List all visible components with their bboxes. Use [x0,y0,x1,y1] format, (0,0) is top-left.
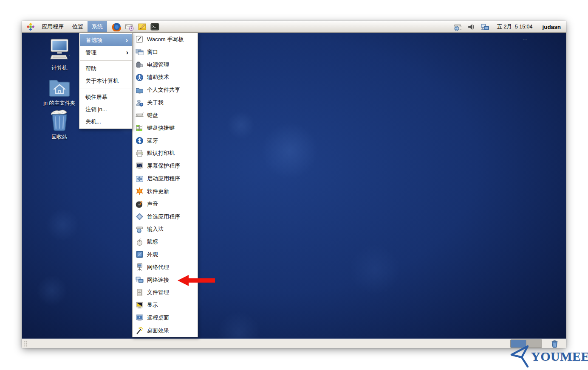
menu-system[interactable]: 系统 [88,21,107,32]
pref-item-label: 网络代理 [147,263,169,271]
pref-item-remote-desktop[interactable]: 远程桌面 [133,311,198,324]
desktop-effects-icon [136,326,144,334]
clock[interactable]: 五 2月 5 15:04 [497,23,532,31]
pref-item-default-printer[interactable]: 默认打印机 [133,147,198,160]
pref-item-assistive-technologies[interactable]: 辅助技术 [133,71,198,84]
email-launcher-icon[interactable] [125,22,134,31]
menu-item-lock-screen[interactable]: 锁住屏幕 [79,91,132,103]
pref-item-display[interactable]: 显示 [133,299,198,311]
appearance-icon [136,250,144,258]
trash-icon [48,108,71,133]
default-printer-icon [136,149,144,157]
pref-item-label: 外观 [147,251,158,258]
pref-item-label: 软件更新 [147,188,169,195]
pref-item-label: 键盘快捷键 [147,124,175,132]
pref-item-wacom-tablet[interactable]: Wacom 手写板 [133,33,198,46]
taskbar-grip-handle[interactable] [24,340,28,347]
pref-item-label: 窗口 [147,48,158,56]
menu-item-logout[interactable]: 注销 jn... [79,103,132,115]
keyboard-shortcuts-icon [136,124,144,132]
notes-launcher-icon[interactable] [138,22,147,31]
username[interactable]: judasn [542,24,563,30]
watermark-text: YOUMEEK [531,349,588,364]
file-management-icon [136,289,144,297]
pref-item-input-method[interactable]: 输入法 [133,223,198,235]
menu-item-about-computer[interactable]: 关于本计算机 [79,75,132,87]
red-callout-arrow [177,274,216,287]
menu-item-label: 关于本计算机 [85,77,119,85]
pref-item-bluetooth[interactable]: 蓝牙 [133,135,198,147]
power-management-icon [136,61,144,69]
pref-item-about-me[interactable]: i 关于我 [133,96,198,109]
pref-item-preferred-applications[interactable]: 首选应用程序 [133,210,198,223]
menu-item-label: 管理 [85,49,96,56]
pref-item-label: 默认打印机 [147,149,175,157]
pref-item-power-management[interactable]: 电源管理 [133,59,198,71]
menu-places[interactable]: 位置 [68,21,88,32]
pref-item-desktop-effects[interactable]: 桌面效果 [133,324,198,337]
pref-item-label: 辅助技术 [147,73,169,81]
preferred-applications-icon [136,213,144,221]
pref-item-sound[interactable]: 声音 [133,198,198,210]
pref-item-label: 显示 [147,301,158,309]
menu-applications[interactable]: 应用程序 [37,21,68,32]
watermark-arrow-icon [509,345,531,368]
pref-item-startup-applications[interactable]: 启动应用程序 [133,172,198,185]
pref-item-screensaver[interactable]: 屏幕保护程序 [133,160,198,172]
pref-item-label: 文件管理 [147,289,169,296]
pref-item-software-update[interactable]: 软件更新 [133,185,198,198]
menu-item-preferences[interactable]: 首选项 › [80,34,132,46]
remote-desktop-icon [136,314,144,322]
pref-item-keyboard[interactable]: 键盘 [133,109,198,122]
pref-item-appearance[interactable]: 外观 [133,248,198,261]
menu-separator [80,89,132,89]
display-icon [136,301,144,309]
menu-item-label: 关机... [85,118,101,126]
pref-item-network-proxy[interactable]: 网络代理 [133,261,198,274]
windows-icon [136,48,144,56]
distro-logo-icon[interactable] [25,22,36,32]
pref-item-label: 电源管理 [147,61,169,69]
desktop-icon-label: jn 的主文件夹 [43,100,76,107]
menu-separator [80,60,132,61]
pref-item-file-management[interactable]: 文件管理 [133,286,198,299]
pref-item-label: 鼠标 [147,238,158,246]
pref-item-windows[interactable]: 窗口 [133,46,198,59]
panel-launchers [112,22,159,31]
menu-item-shutdown[interactable]: 关机... [79,115,132,128]
menu-item-label: 锁住屏幕 [85,93,107,101]
network-tray-icon[interactable] [481,22,489,31]
bottom-taskbar [22,339,566,348]
desktop-icon-home-folder[interactable]: jn 的主文件夹 [34,77,85,107]
resize-indicator-icon: ↔ [522,35,528,42]
software-update-icon [136,187,144,195]
network-proxy-icon [136,263,144,271]
pref-item-keyboard-shortcuts[interactable]: 键盘快捷键 [133,122,198,135]
pref-item-label: 声音 [147,200,158,208]
firefox-launcher-icon[interactable] [112,22,121,31]
assistive-technologies-icon [136,73,144,81]
personal-file-sharing-icon [136,86,144,94]
desktop: 应用程序 位置 系统 [22,21,566,348]
desktop-icon-computer[interactable]: 计算机 [34,38,85,72]
input-method-tray-icon[interactable] [453,22,462,31]
bluetooth-icon [136,137,144,145]
top-panel: 应用程序 位置 系统 [22,21,566,33]
pref-item-label: 启动应用程序 [147,175,180,182]
menu-item-administration[interactable]: 管理 › [79,46,132,59]
terminal-launcher-icon[interactable] [150,22,159,31]
pref-item-label: 输入法 [147,225,164,233]
pref-item-label: 蓝牙 [147,137,158,145]
pref-item-label: 关于我 [147,99,164,107]
pref-item-label: 桌面效果 [147,327,169,334]
volume-tray-icon[interactable] [467,22,476,31]
pref-item-personal-file-sharing[interactable]: 个人文件共享 [133,84,198,96]
submenu-arrow-icon: › [126,37,128,44]
pref-item-mouse[interactable]: 鼠标 [133,235,198,248]
about-me-icon: i [136,99,144,107]
home-folder-icon [48,77,71,99]
pref-item-label: 键盘 [147,112,158,119]
menu-item-help[interactable]: 帮助 [79,62,132,75]
input-method-icon [136,225,144,233]
desktop-icon-trash[interactable]: 回收站 [34,108,85,141]
